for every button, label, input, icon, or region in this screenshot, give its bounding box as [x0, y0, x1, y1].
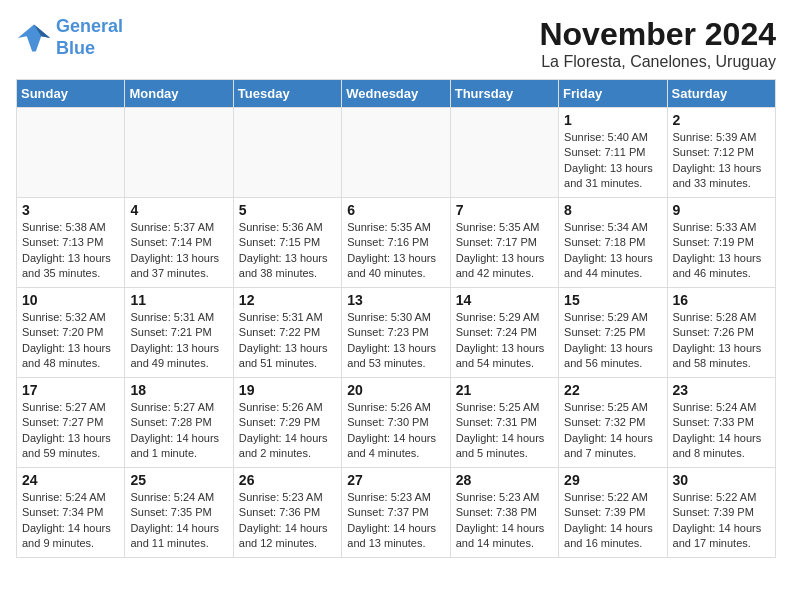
calendar-cell: 26Sunrise: 5:23 AM Sunset: 7:36 PM Dayli…	[233, 468, 341, 558]
calendar-cell: 3Sunrise: 5:38 AM Sunset: 7:13 PM Daylig…	[17, 198, 125, 288]
calendar-cell	[125, 108, 233, 198]
day-info: Sunrise: 5:29 AM Sunset: 7:25 PM Dayligh…	[564, 310, 661, 372]
calendar-cell: 27Sunrise: 5:23 AM Sunset: 7:37 PM Dayli…	[342, 468, 450, 558]
day-number: 7	[456, 202, 553, 218]
day-info: Sunrise: 5:30 AM Sunset: 7:23 PM Dayligh…	[347, 310, 444, 372]
calendar-cell: 21Sunrise: 5:25 AM Sunset: 7:31 PM Dayli…	[450, 378, 558, 468]
calendar-cell: 6Sunrise: 5:35 AM Sunset: 7:16 PM Daylig…	[342, 198, 450, 288]
logo-text: General Blue	[56, 16, 123, 59]
day-number: 8	[564, 202, 661, 218]
day-info: Sunrise: 5:23 AM Sunset: 7:38 PM Dayligh…	[456, 490, 553, 552]
day-number: 30	[673, 472, 770, 488]
calendar-cell: 18Sunrise: 5:27 AM Sunset: 7:28 PM Dayli…	[125, 378, 233, 468]
calendar-cell	[17, 108, 125, 198]
day-info: Sunrise: 5:39 AM Sunset: 7:12 PM Dayligh…	[673, 130, 770, 192]
calendar-cell: 30Sunrise: 5:22 AM Sunset: 7:39 PM Dayli…	[667, 468, 775, 558]
day-info: Sunrise: 5:23 AM Sunset: 7:36 PM Dayligh…	[239, 490, 336, 552]
day-number: 11	[130, 292, 227, 308]
day-info: Sunrise: 5:26 AM Sunset: 7:30 PM Dayligh…	[347, 400, 444, 462]
calendar-cell: 16Sunrise: 5:28 AM Sunset: 7:26 PM Dayli…	[667, 288, 775, 378]
month-title: November 2024	[539, 16, 776, 53]
logo-bird-icon	[16, 20, 52, 56]
day-number: 4	[130, 202, 227, 218]
day-number: 6	[347, 202, 444, 218]
day-number: 25	[130, 472, 227, 488]
calendar-week-4: 17Sunrise: 5:27 AM Sunset: 7:27 PM Dayli…	[17, 378, 776, 468]
day-info: Sunrise: 5:26 AM Sunset: 7:29 PM Dayligh…	[239, 400, 336, 462]
calendar-cell: 28Sunrise: 5:23 AM Sunset: 7:38 PM Dayli…	[450, 468, 558, 558]
calendar-cell: 15Sunrise: 5:29 AM Sunset: 7:25 PM Dayli…	[559, 288, 667, 378]
day-number: 22	[564, 382, 661, 398]
day-number: 27	[347, 472, 444, 488]
day-info: Sunrise: 5:29 AM Sunset: 7:24 PM Dayligh…	[456, 310, 553, 372]
day-info: Sunrise: 5:36 AM Sunset: 7:15 PM Dayligh…	[239, 220, 336, 282]
col-monday: Monday	[125, 80, 233, 108]
day-number: 10	[22, 292, 119, 308]
day-info: Sunrise: 5:22 AM Sunset: 7:39 PM Dayligh…	[673, 490, 770, 552]
day-number: 21	[456, 382, 553, 398]
calendar-cell: 2Sunrise: 5:39 AM Sunset: 7:12 PM Daylig…	[667, 108, 775, 198]
day-info: Sunrise: 5:24 AM Sunset: 7:34 PM Dayligh…	[22, 490, 119, 552]
calendar-week-2: 3Sunrise: 5:38 AM Sunset: 7:13 PM Daylig…	[17, 198, 776, 288]
calendar-cell: 10Sunrise: 5:32 AM Sunset: 7:20 PM Dayli…	[17, 288, 125, 378]
calendar-week-1: 1Sunrise: 5:40 AM Sunset: 7:11 PM Daylig…	[17, 108, 776, 198]
logo: General Blue	[16, 16, 123, 59]
day-number: 15	[564, 292, 661, 308]
calendar-cell: 4Sunrise: 5:37 AM Sunset: 7:14 PM Daylig…	[125, 198, 233, 288]
day-number: 20	[347, 382, 444, 398]
day-info: Sunrise: 5:23 AM Sunset: 7:37 PM Dayligh…	[347, 490, 444, 552]
day-number: 14	[456, 292, 553, 308]
calendar-cell: 29Sunrise: 5:22 AM Sunset: 7:39 PM Dayli…	[559, 468, 667, 558]
calendar-cell: 7Sunrise: 5:35 AM Sunset: 7:17 PM Daylig…	[450, 198, 558, 288]
calendar-cell: 23Sunrise: 5:24 AM Sunset: 7:33 PM Dayli…	[667, 378, 775, 468]
day-info: Sunrise: 5:35 AM Sunset: 7:17 PM Dayligh…	[456, 220, 553, 282]
calendar-cell	[342, 108, 450, 198]
day-number: 28	[456, 472, 553, 488]
day-info: Sunrise: 5:28 AM Sunset: 7:26 PM Dayligh…	[673, 310, 770, 372]
day-info: Sunrise: 5:34 AM Sunset: 7:18 PM Dayligh…	[564, 220, 661, 282]
calendar-cell	[233, 108, 341, 198]
day-info: Sunrise: 5:31 AM Sunset: 7:22 PM Dayligh…	[239, 310, 336, 372]
calendar-cell: 9Sunrise: 5:33 AM Sunset: 7:19 PM Daylig…	[667, 198, 775, 288]
day-info: Sunrise: 5:24 AM Sunset: 7:33 PM Dayligh…	[673, 400, 770, 462]
day-number: 3	[22, 202, 119, 218]
day-number: 12	[239, 292, 336, 308]
day-number: 17	[22, 382, 119, 398]
calendar-table: Sunday Monday Tuesday Wednesday Thursday…	[16, 79, 776, 558]
day-number: 19	[239, 382, 336, 398]
day-info: Sunrise: 5:31 AM Sunset: 7:21 PM Dayligh…	[130, 310, 227, 372]
col-wednesday: Wednesday	[342, 80, 450, 108]
day-number: 13	[347, 292, 444, 308]
calendar-cell: 20Sunrise: 5:26 AM Sunset: 7:30 PM Dayli…	[342, 378, 450, 468]
col-friday: Friday	[559, 80, 667, 108]
svg-marker-0	[18, 24, 50, 51]
page-header: General Blue November 2024 La Floresta, …	[16, 16, 776, 71]
day-number: 9	[673, 202, 770, 218]
day-number: 2	[673, 112, 770, 128]
calendar-week-3: 10Sunrise: 5:32 AM Sunset: 7:20 PM Dayli…	[17, 288, 776, 378]
logo-line2: Blue	[56, 38, 95, 58]
day-number: 16	[673, 292, 770, 308]
day-info: Sunrise: 5:24 AM Sunset: 7:35 PM Dayligh…	[130, 490, 227, 552]
calendar-cell: 1Sunrise: 5:40 AM Sunset: 7:11 PM Daylig…	[559, 108, 667, 198]
location-title: La Floresta, Canelones, Uruguay	[539, 53, 776, 71]
day-number: 24	[22, 472, 119, 488]
day-info: Sunrise: 5:27 AM Sunset: 7:28 PM Dayligh…	[130, 400, 227, 462]
calendar-cell: 12Sunrise: 5:31 AM Sunset: 7:22 PM Dayli…	[233, 288, 341, 378]
logo-line1: General	[56, 16, 123, 36]
day-info: Sunrise: 5:22 AM Sunset: 7:39 PM Dayligh…	[564, 490, 661, 552]
calendar-cell	[450, 108, 558, 198]
day-info: Sunrise: 5:38 AM Sunset: 7:13 PM Dayligh…	[22, 220, 119, 282]
col-tuesday: Tuesday	[233, 80, 341, 108]
day-info: Sunrise: 5:35 AM Sunset: 7:16 PM Dayligh…	[347, 220, 444, 282]
calendar-cell: 8Sunrise: 5:34 AM Sunset: 7:18 PM Daylig…	[559, 198, 667, 288]
day-info: Sunrise: 5:25 AM Sunset: 7:32 PM Dayligh…	[564, 400, 661, 462]
title-area: November 2024 La Floresta, Canelones, Ur…	[539, 16, 776, 71]
day-info: Sunrise: 5:40 AM Sunset: 7:11 PM Dayligh…	[564, 130, 661, 192]
calendar-cell: 19Sunrise: 5:26 AM Sunset: 7:29 PM Dayli…	[233, 378, 341, 468]
day-number: 1	[564, 112, 661, 128]
day-number: 23	[673, 382, 770, 398]
calendar-cell: 11Sunrise: 5:31 AM Sunset: 7:21 PM Dayli…	[125, 288, 233, 378]
calendar-cell: 14Sunrise: 5:29 AM Sunset: 7:24 PM Dayli…	[450, 288, 558, 378]
day-number: 5	[239, 202, 336, 218]
